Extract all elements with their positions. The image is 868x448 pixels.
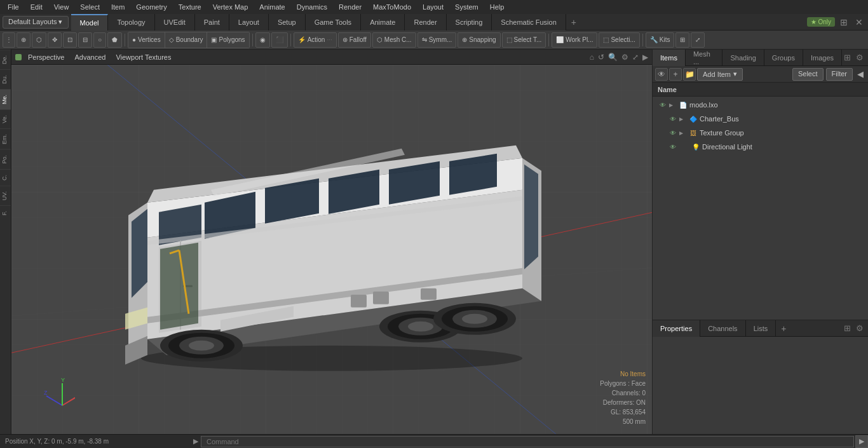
menu-maxtomodo[interactable]: MaxToModo [368,2,416,12]
item-filter-button[interactable]: Filter [826,68,853,81]
menu-animate[interactable]: Animate [254,2,290,12]
falloff-btn[interactable]: ⊛ Falloff [338,32,371,48]
menu-texture[interactable]: Texture [173,2,207,12]
viewport-settings-icon[interactable]: ⚙ [621,53,628,62]
layout-dropdown[interactable]: Default Layouts ▾ [3,16,69,29]
viewport-textures-label[interactable]: Viewport Textures [112,53,175,61]
command-input[interactable] [201,436,854,447]
selecti-btn[interactable]: ⬚ Selecti... [599,32,639,48]
menu-select[interactable]: Select [75,2,105,12]
item-select-button[interactable]: Select [792,68,824,81]
work-pl-btn[interactable]: ⬜ Work Pl... [552,32,597,48]
prop-settings-icon[interactable]: ⚙ [854,322,865,334]
command-run-button[interactable]: ▶ [855,435,868,448]
rp-tab-items[interactable]: Items [653,50,686,66]
prop-tab-lists[interactable]: Lists [746,320,776,337]
menu-edit[interactable]: Edit [25,2,48,12]
viewport-search-icon[interactable]: 🔍 [608,53,618,62]
tab-schematic-fusion[interactable]: Schematic Fusion [492,14,566,31]
prop-tab-channels[interactable]: Channels [700,320,745,337]
tree-eye-modo-lxo[interactable]: 👁 [658,100,668,110]
viewport-advanced-label[interactable]: Advanced [71,53,109,61]
menu-help[interactable]: Help [485,2,510,12]
tab-expand-icon[interactable]: ⊞ [837,16,850,29]
viewport-rotate-icon[interactable]: ↺ [598,53,604,62]
tree-item-modo-lxo[interactable]: 👁 ▶ 📄 modo.lxo [653,98,868,112]
item-add-btn[interactable]: + [669,68,682,81]
tab-game-tools[interactable]: Game Tools [306,14,362,31]
toolbar-poly-select-btn[interactable]: ⬡ [32,32,46,48]
tree-item-charter-bus[interactable]: 👁 ▶ 🔷 Charter_Bus [653,112,868,126]
add-item-button[interactable]: Add Item ▾ [697,68,743,81]
tab-topology[interactable]: Topology [108,14,154,31]
tree-eye-directional-light[interactable]: 👁 [668,142,678,152]
tree-item-directional-light[interactable]: 👁 💡 Directional Light [653,140,868,154]
tree-arrow-texture-group[interactable]: ▶ [679,130,687,136]
symm-btn[interactable]: ⇋ Symm... [417,32,457,48]
menu-layout[interactable]: Layout [417,2,449,12]
item-toolbar-arrow-icon[interactable]: ◀ [855,68,865,80]
left-tab-uv[interactable]: UV. [0,186,11,205]
menu-item[interactable]: Item [106,2,130,12]
toolbar-globe-btn[interactable]: ⊕ [17,32,31,48]
rp-tab-mesh[interactable]: Mesh ... [686,50,723,66]
star-only-badge[interactable]: ★ Only [807,17,835,27]
select-t-btn[interactable]: ⬚ Select T... [502,32,546,48]
prop-tab-add-btn[interactable]: + [776,321,791,336]
menu-file[interactable]: File [3,2,24,12]
tree-arrow-charter-bus[interactable]: ▶ [679,116,687,122]
tree-eye-texture-group[interactable]: 👁 [668,128,678,138]
viewport-home-icon[interactable]: ⌂ [590,53,594,62]
viewport-3d[interactable]: X Z Y No Items Polygons : Face Channels:… [11,65,652,434]
action-btn[interactable]: ⚡ Action ··· [294,32,337,48]
tab-uvedit[interactable]: UVEdit [155,14,195,31]
mode-3d-btn[interactable]: ◉ [255,32,270,48]
menu-vertex-map[interactable]: Vertex Map [208,2,254,12]
boundary-mode-btn[interactable]: ◇ Boundary [165,32,208,48]
prop-tab-properties[interactable]: Properties [653,320,700,337]
tab-scripting[interactable]: Scripting [447,14,492,31]
left-tab-me[interactable]: Me. [0,89,11,109]
left-tab-ve[interactable]: Ve. [0,109,11,128]
fullscreen-btn[interactable]: ⤢ [691,32,705,48]
left-tab-de[interactable]: De. [0,50,11,69]
tab-render[interactable]: Render [405,14,446,31]
menu-dynamics[interactable]: Dynamics [292,2,332,12]
rp-expand-icon[interactable]: ⊞ [842,51,853,64]
tab-layout[interactable]: Layout [229,14,269,31]
toolbar-shield-btn[interactable]: ⬟ [107,32,122,48]
left-tab-du[interactable]: Du. [0,69,11,89]
toolbar-cage-btn[interactable]: ⊟ [78,32,92,48]
tab-model[interactable]: Model [71,14,109,31]
mode-solid-btn[interactable]: ⬛ [271,32,288,48]
polygons-mode-btn[interactable]: ▣ Polygons [207,32,248,48]
left-tab-c[interactable]: C. [0,169,11,186]
tree-eye-charter-bus[interactable]: 👁 [668,114,678,124]
item-eye-btn[interactable]: 👁 [655,68,668,81]
view-options-btn[interactable]: ⊞ [675,32,689,48]
item-folder-btn[interactable]: 📁 [683,68,696,81]
tab-add-button[interactable]: + [566,15,581,29]
tree-item-texture-group[interactable]: 👁 ▶ 🖼 Texture Group [653,126,868,140]
menu-geometry[interactable]: Geometry [131,2,172,12]
toolbar-transform-btn[interactable]: ✥ [48,32,62,48]
menu-system[interactable]: System [450,2,484,12]
menu-view[interactable]: View [49,2,74,12]
rp-settings-icon[interactable]: ⚙ [854,51,865,64]
snapping-btn[interactable]: ⊕ Snapping [458,32,500,48]
mesh-c-btn[interactable]: ⬡ Mesh C... [372,32,416,48]
tab-setup[interactable]: Setup [269,14,306,31]
viewport-more-icon[interactable]: ▶ [642,53,648,62]
left-tab-em[interactable]: Em. [0,128,11,149]
tab-settings-icon[interactable]: ✕ [853,16,865,29]
left-tab-po[interactable]: Po. [0,149,11,169]
toolbar-snap-btn[interactable]: ⊡ [63,32,77,48]
tree-arrow-modo-lxo[interactable]: ▶ [669,102,677,108]
bottom-triangle-btn[interactable]: ▶ [191,437,201,445]
vertices-mode-btn[interactable]: ● Vertices [128,32,165,48]
viewport-perspective-label[interactable]: Perspective [24,53,68,61]
toolbar-dots-btn[interactable]: ⋮ [3,32,15,48]
tab-paint[interactable]: Paint [195,14,229,31]
prop-expand-icon[interactable]: ⊞ [842,322,853,334]
viewport-dot[interactable] [15,54,22,60]
